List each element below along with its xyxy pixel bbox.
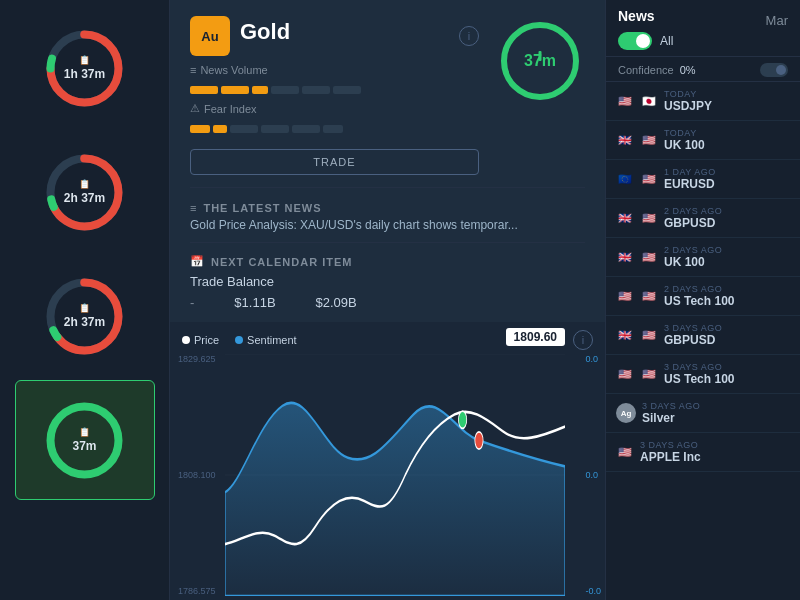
fear-label: Fear Index: [204, 103, 257, 115]
news-time-5: 2 DAYS AGO: [664, 284, 790, 294]
news-item-info-3: 2 DAYS AGO GBPUSD: [664, 206, 790, 230]
circle-card-2[interactable]: 📋 2h 37m: [15, 132, 155, 252]
confidence-slider[interactable]: [760, 63, 788, 77]
chart-area: Price Sentiment i 1809.60 1829.625 1808.…: [170, 322, 605, 600]
balance-dash: -: [190, 295, 194, 310]
y-label-mid: 1808.100: [178, 470, 216, 480]
fear-index-row: ⚠ Fear Index: [190, 102, 479, 115]
flag-gb-3: 🇬🇧: [616, 212, 634, 224]
donut-1: 📋 1h 37m: [42, 26, 127, 111]
price-legend: Price: [182, 334, 219, 346]
news-item-8[interactable]: Ag 3 DAYS AGO Silver: [606, 394, 800, 433]
sentiment-dot: [235, 336, 243, 344]
filter-all-label: All: [660, 34, 673, 48]
main-content: Au Gold i ≡ News Volume ⚠: [170, 0, 605, 600]
donut-3: 📋 2h 37m: [42, 274, 127, 359]
news-item-6[interactable]: 🇬🇧 🇺🇸 3 DAYS AGO GBPUSD: [606, 316, 800, 355]
y-label-top: 1829.625: [178, 354, 216, 364]
donut-2: 📋 2h 37m: [42, 150, 127, 235]
news-name-7: US Tech 100: [664, 372, 790, 386]
timer-label: 37m: [524, 52, 556, 70]
confidence-value: 0%: [680, 64, 696, 76]
news-bar-gray-3: [333, 86, 361, 94]
calendar-section-title: NEXT CALENDAR ITEM: [211, 256, 352, 268]
news-item-2[interactable]: 🇪🇺 🇺🇸 1 DAY AGO EURUSD: [606, 160, 800, 199]
news-time-1: TODAY: [664, 128, 790, 138]
news-list: 🇺🇸 🇯🇵 TODAY USDJPY 🇬🇧 🇺🇸 TODAY UK 100 🇪🇺…: [606, 82, 800, 600]
chart-info-icon[interactable]: i: [573, 330, 593, 350]
price-legend-label: Price: [194, 334, 219, 346]
news-name-3: GBPUSD: [664, 216, 790, 230]
sentiment-area: [225, 403, 565, 596]
news-time-7: 3 DAYS AGO: [664, 362, 790, 372]
news-item-info-8: 3 DAYS AGO Silver: [642, 401, 790, 425]
fear-icon: ⚠: [190, 102, 200, 115]
flag-gb-4: 🇬🇧: [616, 251, 634, 263]
news-time-3: 2 DAYS AGO: [664, 206, 790, 216]
info-icon[interactable]: i: [459, 26, 479, 46]
flag-us-7b: 🇺🇸: [640, 368, 658, 380]
donut-4: 📋 37m: [42, 398, 127, 483]
flag-us-5a: 🇺🇸: [616, 290, 634, 302]
price-marker-red: [475, 432, 483, 449]
divider-2: [190, 242, 585, 243]
news-panel-header: News Mar All: [606, 0, 800, 57]
left-sidebar: 📋 1h 37m 📋 2h 37m: [0, 0, 170, 600]
news-item-info-9: 3 DAYS AGO APPLE Inc: [640, 440, 790, 464]
news-item-0[interactable]: 🇺🇸 🇯🇵 TODAY USDJPY: [606, 82, 800, 121]
news-item-7[interactable]: 🇺🇸 🇺🇸 3 DAYS AGO US Tech 100: [606, 355, 800, 394]
news-item-3[interactable]: 🇬🇧 🇺🇸 2 DAYS AGO GBPUSD: [606, 199, 800, 238]
news-item-info-0: TODAY USDJPY: [664, 89, 790, 113]
price-marker-green: [458, 411, 466, 428]
flag-eu-2: 🇪🇺: [616, 173, 634, 185]
sentiment-legend-label: Sentiment: [247, 334, 297, 346]
fear-bar-gold-2: [213, 125, 227, 133]
flag-jp-0: 🇯🇵: [640, 95, 658, 107]
balance-val-1: $1.11B: [234, 295, 275, 310]
flag-us-2: 🇺🇸: [640, 173, 658, 185]
flag-us-9: 🇺🇸: [616, 446, 634, 458]
news-item-1[interactable]: 🇬🇧 🇺🇸 TODAY UK 100: [606, 121, 800, 160]
calendar-icon: 📅: [190, 255, 205, 268]
news-section-icon: ≡: [190, 202, 197, 214]
sentiment-legend: Sentiment: [235, 334, 297, 346]
card4-icon: 📋: [79, 427, 90, 437]
silver-icon: Ag: [616, 403, 636, 423]
circle-card-3[interactable]: 📋 2h 37m: [15, 256, 155, 376]
news-panel-title: News: [618, 8, 655, 24]
gold-symbol-icon: Au: [190, 16, 230, 56]
trade-button[interactable]: TRADE: [190, 149, 479, 175]
news-time-6: 3 DAYS AGO: [664, 323, 790, 333]
news-item-info-4: 2 DAYS AGO UK 100: [664, 245, 790, 269]
circle-card-1[interactable]: 📋 1h 37m: [15, 8, 155, 128]
news-bar-gray-2: [302, 86, 330, 94]
news-name-9: APPLE Inc: [640, 450, 790, 464]
card2-time: 2h 37m: [64, 191, 105, 205]
timer-circle: 37m: [495, 16, 585, 106]
filter-row: All: [618, 32, 788, 50]
news-item-4[interactable]: 🇬🇧 🇺🇸 2 DAYS AGO UK 100: [606, 238, 800, 277]
fear-bar-gray-2: [261, 125, 289, 133]
flag-us-3: 🇺🇸: [640, 212, 658, 224]
card4-time: 37m: [72, 439, 96, 453]
latest-news-section: ≡ THE LATEST NEWS Gold Price Analysis: X…: [170, 192, 605, 238]
all-toggle[interactable]: [618, 32, 652, 50]
news-name-8: Silver: [642, 411, 790, 425]
flag-us-5b: 🇺🇸: [640, 290, 658, 302]
confidence-label: Confidence: [618, 64, 674, 76]
news-item-9[interactable]: 🇺🇸 3 DAYS AGO APPLE Inc: [606, 433, 800, 472]
news-name-0: USDJPY: [664, 99, 790, 113]
news-item-info-1: TODAY UK 100: [664, 128, 790, 152]
news-name-5: US Tech 100: [664, 294, 790, 308]
gold-header: Au Gold i ≡ News Volume ⚠: [170, 0, 605, 183]
flag-gb-6: 🇬🇧: [616, 329, 634, 341]
fear-bar-gray-1: [230, 125, 258, 133]
circle-card-4[interactable]: 📋 37m: [15, 380, 155, 500]
news-bar-gold-1: [190, 86, 218, 94]
news-headline: Gold Price Analysis: XAU/USD's daily cha…: [190, 218, 585, 232]
news-bar-gold-3: [252, 86, 268, 94]
flag-us-4: 🇺🇸: [640, 251, 658, 263]
news-item-info-6: 3 DAYS AGO GBPUSD: [664, 323, 790, 347]
news-item-5[interactable]: 🇺🇸 🇺🇸 2 DAYS AGO US Tech 100: [606, 277, 800, 316]
news-name-2: EURUSD: [664, 177, 790, 191]
